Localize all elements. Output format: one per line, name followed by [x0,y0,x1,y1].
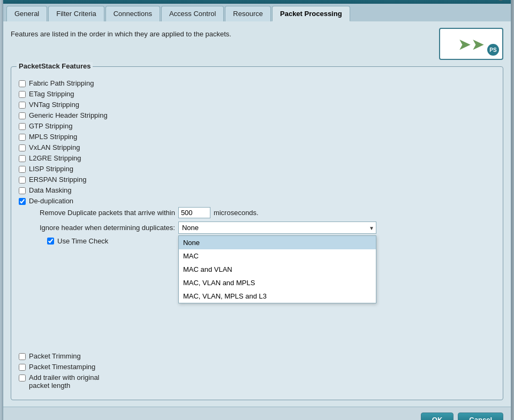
ignore-header-select-wrap: ▼ None MAC MAC and VLAN MAC, VLAN and MP… [178,222,376,234]
l2gre-checkbox[interactable] [19,155,26,162]
microseconds-label: microseconds. [214,209,259,217]
features-list: Fabric Path Stripping ETag Stripping VNT… [19,72,495,390]
checkbox-data-masking: Data Masking [19,186,495,194]
tab-access-control[interactable]: Access Control [161,6,224,21]
microseconds-input[interactable] [178,207,210,218]
dedup-remove-line: Remove Duplicate packets that arrive wit… [40,207,376,218]
l2gre-label: L2GRE Stripping [29,154,81,162]
content-area: Features are listed in the order in whic… [3,21,511,407]
ok-button[interactable]: OK [421,413,454,420]
generic-header-label: Generic Header Stripping [29,111,108,119]
mpls-label: MPLS Stripping [29,133,77,141]
gtp-label: GTP Stripping [29,122,72,130]
dedup-ignore-line: Ignore header when determining duplicate… [40,222,376,234]
checkbox-vxlan: VxLAN Stripping [19,143,495,151]
erspan-checkbox[interactable] [19,177,26,184]
dropdown-option-mac-vlan[interactable]: MAC and VLAN [179,263,376,276]
checkbox-mpls: MPLS Stripping [19,133,495,141]
etag-checkbox[interactable] [19,91,26,98]
tabs-bar: General Filter Criteria Connections Acce… [3,4,511,21]
checkbox-add-trailer: Add trailer with originalpacket length [19,373,495,390]
fieldset-legend: PacketStack Features [17,62,93,70]
vntag-checkbox[interactable] [19,102,26,109]
bottom-buttons: OK Cancel [3,407,511,420]
vxlan-checkbox[interactable] [19,144,26,151]
lisp-label: LISP Stripping [29,165,73,173]
tab-packet-processing[interactable]: Packet Processing [272,6,350,21]
tab-general[interactable]: General [6,6,47,21]
dedup-label: De-duplication [29,197,73,205]
checkbox-gtp: GTP Stripping [19,122,495,130]
add-trailer-checkbox[interactable] [19,375,26,381]
close-button[interactable]: × [496,0,505,1]
vxlan-label: VxLAN Stripping [29,143,80,151]
lisp-checkbox[interactable] [19,166,26,173]
cancel-button[interactable]: Cancel [458,413,503,420]
add-trailer-label: Add trailer with originalpacket length [29,373,100,390]
gtp-checkbox[interactable] [19,123,26,130]
fabric-path-label: Fabric Path Stripping [29,79,94,87]
dropdown-option-mac[interactable]: MAC [179,249,376,263]
dropdown-option-none[interactable]: None [179,236,376,249]
checkbox-generic-header: Generic Header Stripping [19,111,495,119]
title-bar: Edit Dynamic Filter - F1 × [3,0,511,4]
fabric-path-checkbox[interactable] [19,80,26,87]
tab-connections[interactable]: Connections [105,6,160,21]
ignore-header-label: Ignore header when determining duplicate… [40,224,175,232]
erspan-label: ERSPAN Stripping [29,175,86,184]
packetstack-features-box: PacketStack Features Fabric Path Strippi… [11,66,503,400]
time-check-checkbox[interactable] [47,238,54,245]
ps-badge: PS [487,44,499,56]
packet-trimming-checkbox[interactable] [19,353,26,360]
checkbox-erspan: ERSPAN Stripping [19,175,495,184]
tab-resource[interactable]: Resource [225,6,271,21]
generic-header-checkbox[interactable] [19,112,26,119]
data-masking-label: Data Masking [29,186,71,194]
etag-label: ETag Stripping [29,90,74,98]
packet-timestamping-checkbox[interactable] [19,364,26,371]
remove-label: Remove Duplicate packets that arrive wit… [40,209,175,217]
ps-logo: ➤➤ PS [439,28,503,60]
checkbox-l2gre: L2GRE Stripping [19,154,495,162]
description-text: Features are listed in the order in whic… [11,28,231,38]
dialog: Edit Dynamic Filter - F1 × General Filte… [3,0,511,420]
ignore-header-select[interactable] [178,222,376,234]
mpls-checkbox[interactable] [19,134,26,141]
top-row: Features are listed in the order in whic… [11,28,503,60]
time-check-label: Use Time Check [57,237,108,245]
dedup-options: Remove Duplicate packets that arrive wit… [40,207,376,245]
dedup-row: De-duplication Remove Duplicate packets … [19,197,495,245]
checkbox-vntag: VNTag Stripping [19,101,495,109]
data-masking-checkbox[interactable] [19,187,26,194]
packet-timestamping-label: Packet Timestamping [29,363,95,371]
checkbox-fabric-path: Fabric Path Stripping [19,79,495,87]
packet-trimming-label: Packet Trimming [29,352,81,360]
dropdown-menu: None MAC MAC and VLAN MAC, VLAN and MPLS… [178,235,376,303]
dedup-checkbox[interactable] [19,198,26,205]
dropdown-option-mac-vlan-mpls[interactable]: MAC, VLAN and MPLS [179,276,376,289]
checkbox-packet-trimming: Packet Trimming [19,352,495,360]
dropdown-option-mac-vlan-mpls-l3[interactable]: MAC, VLAN, MPLS and L3 [179,289,376,303]
checkbox-lisp: LISP Stripping [19,165,495,173]
checkbox-packet-timestamping: Packet Timestamping [19,363,495,371]
vntag-label: VNTag Stripping [29,101,79,109]
checkbox-etag: ETag Stripping [19,90,495,98]
tab-filter-criteria[interactable]: Filter Criteria [48,6,104,21]
